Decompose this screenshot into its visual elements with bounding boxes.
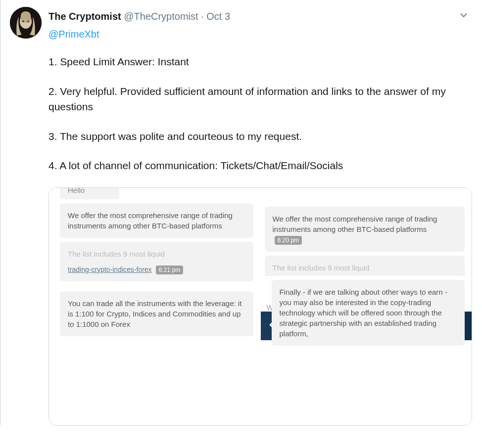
- chat-prefix-text: The list includes 9 most liquid: [68, 249, 245, 259]
- tweet-line-2: 2. Very helpful. Provided sufficient amo…: [48, 84, 472, 115]
- tweet-container: The Cryptomist @TheCryptomist · Oct 3 @P…: [0, 0, 482, 426]
- chat-bubble-right-3: Finally - if we are talking about other …: [272, 280, 465, 346]
- tweet-line-4: 4. A lot of channel of communication: Ti…: [48, 158, 472, 174]
- avatar-image: [10, 7, 42, 39]
- chat-link[interactable]: trading-crypto-indices-forex: [68, 266, 152, 273]
- chat-bubble-left-2-bottom: trading-crypto-indices-forex 6:21 pm: [60, 262, 253, 282]
- tweet-header: The Cryptomist @TheCryptomist · Oct 3: [48, 7, 472, 26]
- svg-point-2: [28, 21, 29, 22]
- chat-time-pill: 6:21 pm: [156, 266, 183, 275]
- chat-time-pill: 6:20 pm: [275, 236, 302, 245]
- separator: ·: [201, 11, 206, 22]
- thread-line: [0, 0, 1, 426]
- svg-point-1: [23, 21, 24, 22]
- chat-bubble-right-1: We offer the most comprehensive range of…: [265, 207, 465, 252]
- chat-prefix-text: The list includes 9 most liquid: [273, 264, 370, 272]
- chat-pane-right: We offer the most comprehensive range of…: [261, 188, 472, 425]
- tweet-identity[interactable]: The Cryptomist @TheCryptomist · Oct 3: [48, 11, 230, 22]
- chevron-down-icon: [458, 10, 469, 21]
- avatar[interactable]: [10, 7, 42, 39]
- chat-bubble-left-1: We offer the most comprehensive range of…: [60, 203, 253, 238]
- author-name: The Cryptomist: [48, 11, 121, 22]
- tweet-media[interactable]: Hello We offer the most comprehensive ra…: [48, 187, 472, 426]
- chat-bubble-hello: Hello: [60, 188, 119, 199]
- chat-pane-left: Hello We offer the most comprehensive ra…: [49, 188, 261, 425]
- chat-bubble-right-2: The list includes 9 most liquid: [265, 256, 465, 276]
- tweet-date: Oct 3: [206, 11, 230, 22]
- tweet-line-1: 1. Speed Limit Answer: Instant: [48, 54, 472, 70]
- mention-link[interactable]: @PrimeXbt: [48, 27, 472, 41]
- chat-bubble-left-2-top: The list includes 9 most liquid: [60, 242, 253, 262]
- chat-lower-area: Finally - if we are talking about other …: [261, 280, 472, 346]
- tweet-line-3: 3. The support was polite and courteous …: [48, 129, 472, 144]
- tweet-text: 1. Speed Limit Answer: Instant 2. Very h…: [48, 54, 472, 174]
- chat-text: We offer the most comprehensive range of…: [273, 215, 437, 233]
- tweet-body: The Cryptomist @TheCryptomist · Oct 3 @P…: [48, 7, 472, 426]
- chat-bubble-left-3: You can trade all the instruments with t…: [60, 291, 253, 336]
- author-handle: @TheCryptomist: [124, 11, 198, 22]
- more-options-button[interactable]: [455, 7, 472, 26]
